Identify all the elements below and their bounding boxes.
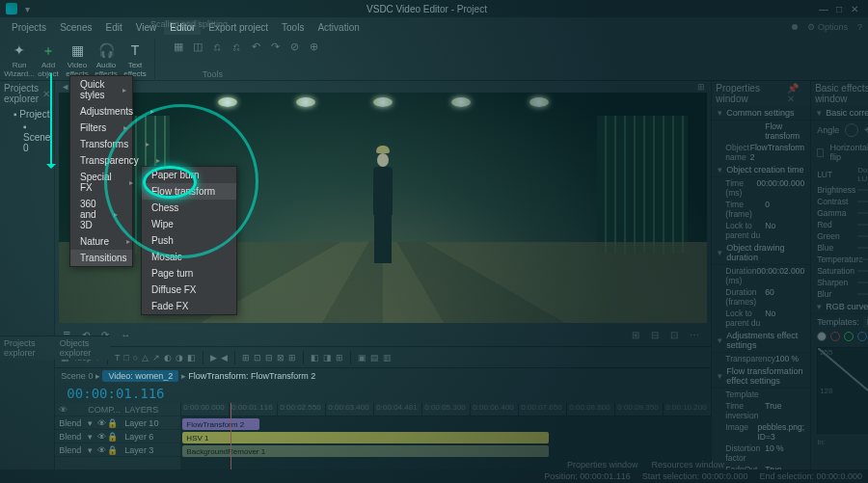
prop-tpl[interactable] — [765, 389, 804, 399]
prop-dur[interactable]: 00:00:02.000 — [757, 266, 805, 285]
pv-grid-icon[interactable]: ⊞ — [697, 82, 705, 92]
sub-wipe[interactable]: Wipe — [142, 216, 236, 232]
panel-pin-icon[interactable]: 📌 ✕ — [787, 83, 806, 104]
brightness-slider[interactable] — [857, 189, 868, 191]
bt-icon[interactable]: ◨ — [323, 353, 332, 362]
tb-icon-5[interactable]: ↶ — [248, 39, 263, 54]
tb-icon-7[interactable]: ⊘ — [286, 39, 302, 54]
ribbon-tab-scaling[interactable]: Scaling and splitting — [143, 17, 235, 31]
bt-icon[interactable]: ⊠ — [277, 353, 285, 362]
help-button[interactable]: ? — [857, 22, 862, 32]
pc-8[interactable]: ⋯ — [690, 330, 703, 340]
bt-icon[interactable]: □ — [123, 353, 128, 362]
maximize-button[interactable]: □ — [831, 4, 847, 14]
close-button[interactable]: ✕ — [847, 4, 862, 14]
prop-lock1[interactable]: No — [765, 221, 804, 240]
prop-time[interactable]: 00:00:00.000 — [757, 178, 805, 198]
audio-effects-button[interactable]: 🎧Audio effects — [93, 41, 120, 78]
timeline-ruler[interactable]: 0:00:00.0000:00:01.1160:00:02.5500:00:03… — [180, 403, 711, 416]
track-row[interactable]: Blend▾👁🔒Layer 10 — [55, 416, 180, 430]
tree-scene0[interactable]: ▪ Scene 0 — [4, 121, 50, 154]
bt-icon[interactable]: T — [115, 353, 121, 362]
run-wizard-button[interactable]: ✦Run Wizard... — [6, 41, 33, 78]
playhead[interactable] — [231, 403, 231, 471]
tb-icon-6[interactable]: ↷ — [267, 39, 283, 54]
mi-specialfx[interactable]: Special FX▸ — [70, 169, 132, 196]
sub-fadefx[interactable]: Fade FX — [142, 298, 236, 314]
add-object-button[interactable]: ＋Add object — [35, 41, 62, 78]
prop-frame[interactable]: 0 — [765, 200, 804, 219]
sec-basic[interactable]: Basic correction — [826, 108, 868, 118]
mi-360[interactable]: 360 and 3D▸ — [70, 196, 132, 233]
prop-img[interactable]: pebbles.png; ID=3 — [757, 422, 804, 442]
menu-projects[interactable]: Projects — [6, 20, 52, 35]
sat-slider[interactable] — [857, 270, 868, 272]
bt-icon[interactable]: ⊞ — [242, 353, 250, 362]
prop-transp[interactable]: 100 % — [775, 354, 804, 363]
track-row[interactable]: Blend▾👁🔒Layer 6 — [55, 430, 180, 443]
prop-durf[interactable]: 60 — [765, 287, 804, 307]
hflip-checkbox[interactable] — [817, 148, 824, 157]
mi-transforms[interactable]: Transforms▸ — [70, 136, 132, 152]
menu-edit[interactable]: Edit — [99, 20, 127, 35]
tree-project[interactable]: ▪ Project — [4, 108, 50, 121]
sub-push[interactable]: Push — [142, 232, 236, 249]
clip-flowtransform[interactable]: FlowTransform 2 — [182, 418, 259, 430]
rgb-curves-graph[interactable]: 255 128 — [817, 347, 868, 434]
menu-tools[interactable]: Tools — [276, 20, 310, 35]
sec-oct[interactable]: Object creation time — [726, 165, 803, 174]
tpl-select[interactable]: None — [863, 316, 868, 328]
mi-adjustments[interactable]: Adjustments▸ — [70, 103, 132, 120]
tb-icon-3[interactable]: ⎌ — [209, 39, 225, 54]
curve-b[interactable] — [857, 332, 867, 341]
bt-icon[interactable]: ◧ — [311, 353, 319, 362]
sub-chess[interactable]: Chess — [142, 200, 236, 216]
menu-activation[interactable]: Activation — [312, 20, 365, 35]
minimize-button[interactable]: — — [816, 4, 831, 14]
recent-icon[interactable]: ▾ — [25, 4, 30, 14]
sub-paperburn[interactable]: Paper burn — [142, 167, 236, 183]
sec-rgb[interactable]: RGB curves — [826, 302, 868, 311]
tab-projects-explorer[interactable]: Projects explorer — [0, 336, 56, 360]
prop-dist[interactable]: 10 % — [765, 443, 804, 463]
sec-adj[interactable]: Adjustments effect settings — [726, 331, 804, 350]
curve-r[interactable] — [830, 332, 840, 341]
pc-7[interactable]: ⊡ — [670, 330, 684, 340]
curve-g[interactable] — [844, 332, 854, 341]
bt-icon[interactable]: ⊟ — [265, 353, 273, 362]
menu-scenes[interactable]: Scenes — [54, 20, 97, 35]
pc-6[interactable]: ⊟ — [651, 330, 665, 340]
tab-objects-explorer[interactable]: Objects explorer — [56, 336, 110, 360]
sec-common[interactable]: Common settings — [726, 108, 794, 118]
sub-diffusefx[interactable]: Diffuse FX — [142, 282, 236, 298]
prop-objectname[interactable]: FlowTransform 2 — [750, 143, 804, 162]
mi-nature[interactable]: Nature▸ — [70, 233, 132, 250]
bt-icon[interactable]: ▤ — [370, 353, 379, 362]
bt-icon[interactable]: ○ — [133, 353, 138, 362]
sub-pageturn[interactable]: Page turn — [142, 265, 236, 282]
bt-icon[interactable]: ◧ — [187, 353, 196, 362]
red-slider[interactable] — [857, 224, 868, 226]
blur-slider[interactable] — [857, 293, 868, 295]
temp-slider[interactable] — [857, 258, 868, 260]
options-button[interactable]: ⚙ Options — [807, 22, 848, 32]
gamma-slider[interactable] — [857, 212, 868, 214]
pc-4[interactable]: ↔ — [121, 330, 134, 340]
tb-icon-8[interactable]: ⊕ — [306, 39, 321, 54]
sec-flow[interactable]: Flow transformation effect settings — [726, 366, 804, 386]
sec-odd[interactable]: Object drawing duration — [726, 243, 804, 262]
bt-icon[interactable]: ▥ — [383, 353, 392, 362]
rotate-ccw-icon[interactable]: ⟲ — [864, 125, 868, 135]
prop-lock2[interactable]: No — [765, 309, 804, 328]
timeline-breadcrumb[interactable]: Scene 0 ▸ Video: women_2 ▸ FlowTransform… — [61, 370, 315, 382]
mi-transparency[interactable]: Transparency▸ — [70, 152, 132, 169]
green-slider[interactable] — [857, 235, 868, 237]
sub-flowtransform[interactable]: Flow transform — [142, 183, 236, 200]
bt-stop-icon[interactable]: ◀ — [221, 353, 228, 362]
prop-inv[interactable]: True — [765, 401, 804, 420]
bt-icon[interactable]: △ — [142, 353, 149, 362]
contrast-slider[interactable] — [857, 201, 868, 202]
mi-quickstyles[interactable]: Quick styles▸ — [70, 76, 132, 103]
text-effects-button[interactable]: TText effects — [122, 41, 149, 78]
bt-icon[interactable]: ◐ — [164, 353, 172, 362]
